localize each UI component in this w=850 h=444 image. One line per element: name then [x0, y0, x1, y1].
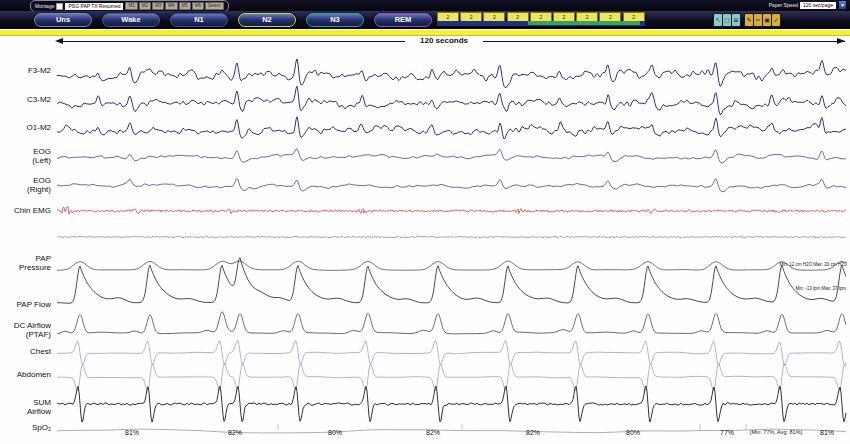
waveform-sum-airflow	[57, 386, 846, 422]
waveform-abdomen	[57, 364, 846, 391]
spo2-value: 82%	[418, 429, 448, 436]
waveform-eog-left	[57, 149, 846, 163]
spo2-value: 80%	[618, 429, 648, 436]
spo2-minavg-label: (Min: 77%, Avg: 81%)	[735, 429, 817, 435]
waveform-pap-flow	[57, 258, 846, 304]
spo2-value: 80%	[320, 429, 350, 436]
waveform-chin-emg	[57, 207, 846, 215]
waveform-dc-airflow	[57, 312, 846, 334]
psg-viewer-window: Montage PSG PAP TX Resumed M1M2M3M4M5M6S…	[0, 0, 850, 444]
spo2-value: 82%	[518, 429, 548, 436]
pap-pressure-minmax: Min: 12 cm H2O Max: 20 cm H2O	[779, 262, 847, 267]
waveform-f3-m2	[57, 59, 846, 88]
spo2-value: 81%	[812, 429, 842, 436]
pap-flow-minmax: Min: -13 lpm Max: 37 lpm	[795, 286, 846, 291]
waveform-ecg-trace	[57, 236, 846, 237]
waveform-area[interactable]	[0, 0, 850, 444]
waveform-chest	[57, 341, 846, 366]
spo2-value: 81%	[117, 429, 147, 436]
waveform-pap-pressure	[57, 261, 846, 270]
waveform-o1-m2	[57, 117, 846, 139]
spo2-value: 82%	[220, 429, 250, 436]
waveform-c3-m2	[57, 86, 846, 114]
waveform-eog-right	[57, 178, 846, 191]
